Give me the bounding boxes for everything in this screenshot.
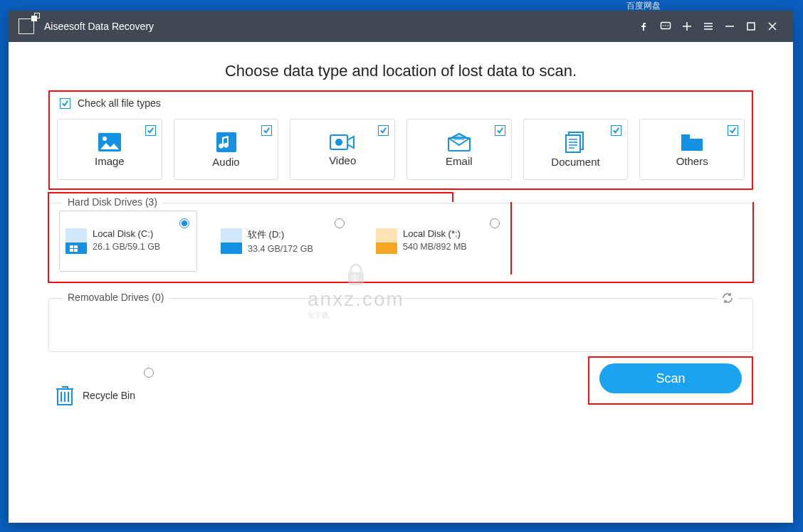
email-icon [447,132,471,152]
image-icon [98,132,122,152]
check-all-row[interactable]: Check all file types [57,97,745,109]
svg-rect-16 [70,245,73,248]
video-icon [330,133,355,151]
svg-point-1 [663,25,664,26]
svg-rect-14 [65,228,87,243]
svg-rect-20 [221,228,242,243]
type-checkbox-audio[interactable] [261,125,272,136]
svg-rect-7 [216,132,236,152]
drive-star-name: Local Disk (*:) [403,228,500,239]
svg-point-2 [665,25,666,26]
removable-section-label: Removable Drives (0) [63,292,168,303]
svg-point-9 [335,139,342,146]
svg-rect-12 [566,135,580,152]
drive-d-radio[interactable] [335,218,345,228]
svg-rect-13 [681,134,690,138]
scan-button[interactable]: Scan [599,363,742,393]
svg-rect-23 [376,243,397,254]
removable-section: Removable Drives (0) [48,298,753,352]
svg-rect-18 [70,249,73,252]
recycle-bin-icon [56,385,74,406]
type-card-audio[interactable]: Audio [174,119,279,180]
svg-rect-21 [221,243,242,254]
file-types-section: Check all file types Image Audio Video [48,90,753,190]
drive-c[interactable]: Local Disk (C:) 26.1 GB/59.1 GB [59,211,197,272]
close-button[interactable] [762,16,783,37]
drive-c-size: 26.1 GB/59.1 GB [93,242,189,252]
check-all-label: Check all file types [78,97,161,109]
minimize-button[interactable] [719,16,740,37]
facebook-icon[interactable] [634,16,655,37]
type-checkbox-video[interactable] [378,125,389,136]
content-area: Choose data type and location of lost da… [9,42,793,420]
app-window: Aiseesoft Data Recovery Choose data type… [9,11,793,523]
plus-icon[interactable] [676,16,698,37]
feedback-icon[interactable] [655,16,676,37]
type-card-document[interactable]: Document [523,119,629,180]
recycle-radio[interactable] [144,368,154,378]
svg-rect-4 [747,23,755,30]
titlebar: Aiseesoft Data Recovery [9,11,793,42]
type-card-video[interactable]: Video [290,119,395,180]
svg-rect-17 [74,245,78,248]
type-label-video: Video [329,154,356,166]
orange-drive-icon [376,228,397,254]
type-label-document: Document [551,156,599,168]
drive-star-radio[interactable] [490,218,500,228]
windows-drive-icon [65,228,87,254]
drive-d-name: 软件 (D:) [248,228,345,241]
svg-rect-22 [376,228,397,243]
app-logo-icon [19,18,34,34]
type-label-image: Image [95,155,125,167]
folder-icon [680,132,704,152]
svg-point-6 [103,137,107,141]
menu-icon[interactable] [698,16,719,37]
document-icon [565,132,587,153]
type-checkbox-email[interactable] [495,125,505,136]
app-title: Aiseesoft Data Recovery [44,21,634,32]
type-label-others: Others [676,155,708,167]
drive-d[interactable]: 软件 (D:) 33.4 GB/172 GB [214,211,352,272]
drive-c-name: Local Disk (C:) [93,228,189,239]
type-checkbox-image[interactable] [145,125,156,136]
type-label-email: Email [446,155,473,167]
drive-d-size: 33.4 GB/172 GB [248,244,345,254]
scan-box: Scan [588,356,753,405]
drive-star[interactable]: Local Disk (*:) 540 MB/892 MB [369,211,508,272]
hdd-section-outer: Hard Disk Drives (3) Local Disk (C:) 26.… [48,203,753,282]
type-label-audio: Audio [212,156,239,168]
maximize-button[interactable] [740,16,762,37]
instruction-text: Choose data type and location of lost da… [48,62,753,80]
audio-icon [216,132,237,153]
svg-rect-19 [74,249,78,252]
type-card-email[interactable]: Email [406,119,512,180]
refresh-button[interactable] [717,292,738,307]
svg-point-3 [667,25,668,26]
recycle-bin-label: Recycle Bin [83,390,135,401]
drive-c-radio[interactable] [179,218,189,228]
drive-star-size: 540 MB/892 MB [403,242,500,252]
type-card-image[interactable]: Image [57,119,162,180]
type-card-others[interactable]: Others [639,119,745,180]
type-checkbox-others[interactable] [728,125,738,136]
check-all-checkbox[interactable] [60,98,70,109]
type-checkbox-document[interactable] [611,125,621,136]
blue-drive-icon [221,228,242,254]
file-types-grid: Image Audio Video Email [57,119,745,180]
